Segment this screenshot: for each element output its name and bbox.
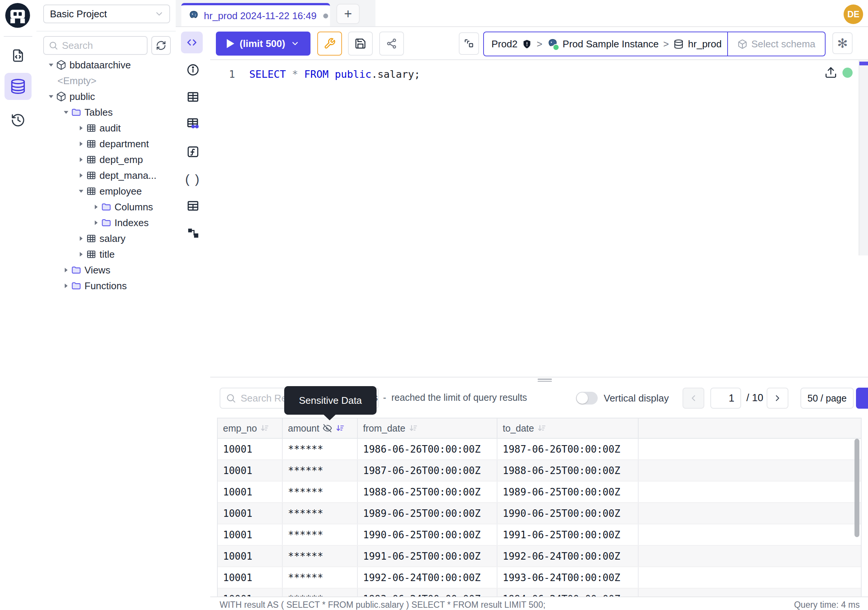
tree-collapse-arrow-icon[interactable] bbox=[46, 61, 56, 69]
schema-diagram-icon[interactable] bbox=[186, 225, 200, 241]
tree-expand-arrow-icon[interactable] bbox=[76, 250, 86, 258]
sort-icon[interactable] bbox=[409, 424, 418, 433]
table-grid-icon[interactable] bbox=[186, 198, 200, 213]
avatar[interactable]: DE bbox=[843, 5, 863, 24]
cell-amount[interactable]: ****** bbox=[283, 439, 358, 459]
tree-item-bbdataarchive[interactable]: bbdataarchive bbox=[36, 57, 176, 73]
tree-item-salary[interactable]: salary bbox=[36, 231, 176, 247]
cell-emp-no[interactable]: 10001 bbox=[218, 439, 283, 459]
cell-empty[interactable] bbox=[639, 503, 861, 524]
cell-amount[interactable]: ****** bbox=[283, 481, 358, 502]
cell-to-date[interactable]: 1990-06-25T00:00:00Z bbox=[498, 503, 639, 524]
worksheet-icon[interactable] bbox=[8, 45, 28, 66]
table-row[interactable]: 10001******1993-06-24T00:00:00Z1994-06-2… bbox=[218, 588, 861, 596]
refresh-button[interactable] bbox=[151, 36, 171, 55]
cell-amount[interactable]: ****** bbox=[283, 503, 358, 524]
tree-item-dept-emp[interactable]: dept_emp bbox=[36, 152, 176, 168]
tree-item-dept-mana[interactable]: dept_mana... bbox=[36, 168, 176, 183]
cell-emp-no[interactable]: 10001 bbox=[218, 588, 283, 596]
parentheses-icon[interactable]: ( ) bbox=[186, 171, 200, 186]
cell-amount[interactable]: ****** bbox=[283, 567, 358, 588]
tree-expand-arrow-icon[interactable] bbox=[91, 219, 101, 227]
sort-icon[interactable] bbox=[537, 424, 546, 433]
schema-selector[interactable]: Select schema bbox=[728, 32, 825, 56]
query-settings-button[interactable] bbox=[317, 31, 342, 56]
sidebar-search-input[interactable]: Search bbox=[43, 36, 147, 55]
column-header-from-date[interactable]: from_date bbox=[358, 418, 498, 438]
tree-expand-arrow-icon[interactable] bbox=[76, 140, 86, 147]
table-row[interactable]: 10001******1988-06-25T00:00:00Z1989-06-2… bbox=[218, 481, 861, 503]
cell-empty[interactable] bbox=[639, 588, 861, 596]
column-header-empty[interactable] bbox=[639, 418, 861, 438]
tree-item-tables[interactable]: Tables bbox=[36, 104, 176, 120]
cell-empty[interactable] bbox=[639, 439, 861, 459]
cell-emp-no[interactable]: 10001 bbox=[218, 481, 283, 502]
tree-item-views[interactable]: Views bbox=[36, 262, 176, 278]
function-icon[interactable] bbox=[186, 144, 200, 159]
run-query-button[interactable]: (limit 500) bbox=[216, 31, 310, 56]
table-row[interactable]: 10001******1987-06-26T00:00:00Z1988-06-2… bbox=[218, 460, 861, 481]
cell-empty[interactable] bbox=[639, 481, 861, 502]
bytebase-logo-icon[interactable] bbox=[5, 3, 30, 28]
cell-to-date[interactable]: 1987-06-26T00:00:00Z bbox=[498, 439, 639, 459]
share-button[interactable] bbox=[379, 31, 404, 56]
tree-item-employee[interactable]: employee bbox=[36, 183, 176, 199]
results-scrollbar-thumb[interactable] bbox=[854, 439, 859, 537]
page-number-input[interactable]: 1 bbox=[710, 388, 741, 409]
cell-empty[interactable] bbox=[639, 546, 861, 567]
editor-scrollbar[interactable] bbox=[859, 60, 868, 255]
cell-empty[interactable] bbox=[639, 460, 861, 481]
database-icon[interactable] bbox=[5, 73, 31, 100]
vertical-display-toggle[interactable] bbox=[576, 392, 598, 405]
upload-icon[interactable] bbox=[825, 66, 837, 79]
sql-statement[interactable]: SELECT * FROM public.salary; bbox=[249, 68, 420, 80]
table-row[interactable]: 10001******1991-06-25T00:00:00Z1992-06-2… bbox=[218, 546, 861, 567]
cell-from-date[interactable]: 1989-06-25T00:00:00Z bbox=[358, 503, 498, 524]
table-row[interactable]: 10001******1992-06-24T00:00:00Z1993-06-2… bbox=[218, 567, 861, 588]
connection-breadcrumb[interactable]: Prod2 > Prod Sample Instance > hr_prod S… bbox=[483, 31, 826, 56]
history-icon[interactable] bbox=[8, 110, 28, 131]
tab-hr-prod[interactable]: hr_prod 2024-11-22 16:49 bbox=[181, 3, 330, 26]
tree-expand-arrow-icon[interactable] bbox=[91, 203, 101, 211]
tree-collapse-arrow-icon[interactable] bbox=[76, 188, 86, 195]
cell-from-date[interactable]: 1993-06-24T00:00:00Z bbox=[358, 588, 498, 596]
tree-expand-arrow-icon[interactable] bbox=[76, 124, 86, 132]
tree-item-columns[interactable]: Columns bbox=[36, 199, 176, 215]
cell-from-date[interactable]: 1988-06-25T00:00:00Z bbox=[358, 481, 498, 502]
cell-amount[interactable]: ****** bbox=[283, 525, 358, 545]
sql-editor[interactable]: 1 SELECT * FROM public.salary; bbox=[210, 60, 868, 377]
cell-amount[interactable]: ****** bbox=[283, 546, 358, 567]
batch-query-button[interactable] bbox=[459, 32, 479, 55]
tree-expand-arrow-icon[interactable] bbox=[61, 266, 71, 274]
cell-emp-no[interactable]: 10001 bbox=[218, 525, 283, 545]
cell-emp-no[interactable]: 10001 bbox=[218, 567, 283, 588]
table-row[interactable]: 10001******1989-06-25T00:00:00Z1990-06-2… bbox=[218, 503, 861, 525]
export-button[interactable] bbox=[856, 388, 868, 409]
tree-item-department[interactable]: department bbox=[36, 136, 176, 152]
connection-scope[interactable]: Prod2 > Prod Sample Instance > hr_prod bbox=[484, 32, 727, 56]
tree-collapse-arrow-icon[interactable] bbox=[46, 93, 56, 100]
column-header-emp-no[interactable]: emp_no bbox=[218, 418, 283, 438]
cell-from-date[interactable]: 1990-06-25T00:00:00Z bbox=[358, 525, 498, 545]
tree-expand-arrow-icon[interactable] bbox=[76, 156, 86, 163]
tree-expand-arrow-icon[interactable] bbox=[61, 282, 71, 290]
project-selector[interactable]: Basic Project bbox=[43, 5, 170, 23]
sensitive-table-icon[interactable] bbox=[186, 116, 200, 132]
cell-emp-no[interactable]: 10001 bbox=[218, 503, 283, 524]
tree-item-indexes[interactable]: Indexes bbox=[36, 215, 176, 231]
tree-expand-arrow-icon[interactable] bbox=[76, 172, 86, 179]
prev-page-button[interactable] bbox=[682, 388, 704, 409]
tree-collapse-arrow-icon[interactable] bbox=[61, 109, 71, 116]
cell-amount[interactable]: ****** bbox=[283, 588, 358, 596]
cell-to-date[interactable]: 1992-06-24T00:00:00Z bbox=[498, 546, 639, 567]
cell-to-date[interactable]: 1993-06-24T00:00:00Z bbox=[498, 567, 639, 588]
cell-emp-no[interactable]: 10001 bbox=[218, 546, 283, 567]
cell-empty[interactable] bbox=[639, 567, 861, 588]
cell-to-date[interactable]: 1989-06-25T00:00:00Z bbox=[498, 481, 639, 502]
save-button[interactable] bbox=[348, 31, 373, 56]
tree-item-empty[interactable]: <Empty> bbox=[36, 73, 176, 88]
table-row[interactable]: 10001******1990-06-25T00:00:00Z1991-06-2… bbox=[218, 525, 861, 546]
next-page-button[interactable] bbox=[767, 388, 788, 409]
tree-item-public[interactable]: public bbox=[36, 88, 176, 104]
code-panel-toggle[interactable] bbox=[181, 31, 203, 53]
